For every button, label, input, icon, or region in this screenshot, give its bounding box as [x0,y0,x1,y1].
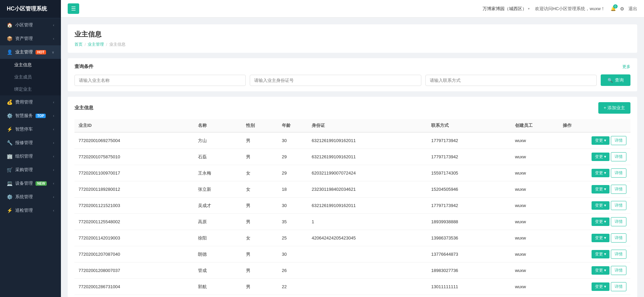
cell-name: 高原 [194,214,242,230]
cell-gender: 男 [242,132,278,149]
detail-button[interactable]: 详情 [611,136,626,145]
cell-idcard: 232301198402034621 [308,181,427,198]
detail-button[interactable]: 详情 [611,217,626,226]
change-button[interactable]: 变更 ▾ [592,250,609,258]
change-button[interactable]: 变更 ▾ [592,201,609,210]
change-button[interactable]: 变更 ▾ [592,282,609,291]
sidebar-label-patrol: 巡检管理 [15,207,33,213]
sidebar-label-org: 组织管理 [15,153,33,159]
cell-idcard: 420642424205423045 [308,230,427,246]
table-panel-title: 业主信息 [74,105,93,111]
detail-button[interactable]: 详情 [611,266,626,275]
new-badge: NEW [36,181,47,186]
idcard-search-input[interactable] [250,75,421,86]
community-dropdown[interactable]: 万博家博园（城西区） ▾ [483,6,530,12]
search-panel: 查询条件 更多 🔍 查询 [68,58,637,91]
breadcrumb-owner-mgmt[interactable]: 业主管理 [88,42,104,47]
sidebar-label-system: 系统管理 [15,194,33,200]
name-search-input[interactable] [74,75,246,86]
cell-name: 朗德 [194,246,242,262]
change-button[interactable]: 变更 ▾ [592,218,609,226]
sidebar-item-patrol[interactable]: ⚡ 巡检管理 ‹ [0,204,61,217]
sidebar-label-parking: 智慧停车 [15,126,33,132]
menu-toggle-button[interactable]: ☰ [68,3,79,14]
contact-search-input[interactable] [425,75,597,86]
sidebar-item-owner[interactable]: 👤 业主管理 HOT ∨ [0,45,61,59]
change-button[interactable]: 变更 ▾ [592,234,609,242]
table-row: 77202001142019003 徐阳 女 25 42064242420542… [74,230,630,246]
sidebar-item-purchase[interactable]: 🛒 采购管理 ‹ [0,163,61,177]
breadcrumb-current: 业主信息 [109,42,126,47]
logout-button[interactable]: 退出 [628,6,637,12]
cell-phone: 15597174305 [427,165,511,181]
sidebar-item-org[interactable]: 🏢 组织管理 ‹ [0,150,61,163]
cell-age: 18 [278,181,308,198]
table-row: 77202001100970017 王永梅 女 29 6203211990070… [74,165,630,181]
detail-button[interactable]: 详情 [611,201,626,210]
sidebar-sub-item-bind-owner[interactable]: 绑定业主 [0,83,61,95]
breadcrumb-sep-2: / [106,42,107,47]
cell-gender: 男 [242,198,278,214]
search-panel-header: 查询条件 更多 [74,64,630,70]
asset-icon: 📦 [7,36,13,41]
welcome-text: 欢迎访问HC小区管理系统，wuxw！ [535,6,605,12]
notification-button[interactable]: 🔔 0 [610,6,616,11]
chevron-icon: ‹ [53,141,54,145]
detail-button[interactable]: 详情 [611,152,626,161]
table-row: 77202001121521003 吴成才 男 30 6321261991091… [74,198,630,214]
settings-icon[interactable]: ⚙ [620,6,624,12]
cell-gender: 男 [242,246,278,262]
chevron-down-icon: ∨ [52,50,54,54]
table-row: 77202001208007037 管成 男 26 18983027736 wu… [74,262,630,279]
sidebar-label-purchase: 采购管理 [15,167,33,173]
change-button[interactable]: 变更 ▾ [592,153,609,161]
cell-idcard: 632126199109162011 [308,149,427,165]
cell-creator: wuxw [511,246,559,262]
patrol-icon: ⚡ [7,208,13,213]
sidebar-item-fee[interactable]: 💰 费用管理 ‹ [0,95,61,109]
repair-icon: 🔧 [7,140,13,145]
detail-button[interactable]: 详情 [611,168,626,178]
cell-phone: 17797173942 [427,149,511,165]
sidebar-sub-item-owner-info[interactable]: 业主信息 [0,59,61,71]
search-button[interactable]: 🔍 查询 [601,74,630,86]
sidebar-item-repair[interactable]: 🔧 报修管理 ‹ [0,136,61,150]
more-link[interactable]: 更多 [622,64,630,70]
cell-creator: wuxw [511,214,559,230]
dropdown-chevron-icon: ▾ [528,7,530,10]
change-button[interactable]: 变更 ▾ [592,185,609,193]
add-owner-button[interactable]: + 添加业主 [598,102,630,114]
breadcrumb-sep-1: / [85,42,86,47]
table-header-row: 业主ID 名称 性别 年龄 身份证 联系方式 创建员工 操作 [74,119,630,132]
cell-gender: 女 [242,230,278,246]
breadcrumb-home[interactable]: 首页 [74,42,83,47]
search-panel-title: 查询条件 [74,64,93,70]
cell-age: 22 [278,279,308,295]
cell-phone: 13776644873 [427,246,511,262]
sidebar-sub-item-owner-member[interactable]: 业主成员 [0,71,61,83]
detail-button[interactable]: 详情 [611,233,626,243]
detail-button[interactable]: 详情 [611,282,626,291]
sidebar-item-device[interactable]: 💻 设备管理 NEW ‹ [0,177,61,190]
cell-name: 徐阳 [194,230,242,246]
change-button[interactable]: 变更 ▾ [592,266,609,275]
sidebar-item-system[interactable]: ⚙️ 系统管理 ‹ [0,190,61,204]
cell-name: 方山 [194,132,242,149]
detail-button[interactable]: 详情 [611,185,626,194]
change-button[interactable]: 变更 ▾ [592,169,609,177]
sidebar-item-community[interactable]: 🏠 小区管理 ‹ [0,18,61,32]
cell-age: 29 [278,149,308,165]
table-row: 77202001207087040 朗德 男 30 13776644873 wu… [74,246,630,262]
sidebar-item-asset[interactable]: 📦 资产管理 ‹ [0,32,61,45]
cell-gender: 男 [242,214,278,230]
cell-action: 变更 ▾ 详情 [559,149,630,165]
detail-button[interactable]: 详情 [611,250,626,259]
sidebar-item-parking[interactable]: ⚡ 智慧停车 ‹ [0,122,61,136]
cell-creator: wuxw [511,165,559,181]
org-icon: 🏢 [7,154,13,159]
cell-phone: 15204505946 [427,181,511,198]
table-row: 77202001069275004 方山 男 30 63212619910916… [74,132,630,149]
sidebar-item-smart[interactable]: ⚙️ 智慧服务 TOP ‹ [0,109,61,122]
change-button[interactable]: 变更 ▾ [592,136,609,145]
cell-creator: wuxw [511,230,559,246]
